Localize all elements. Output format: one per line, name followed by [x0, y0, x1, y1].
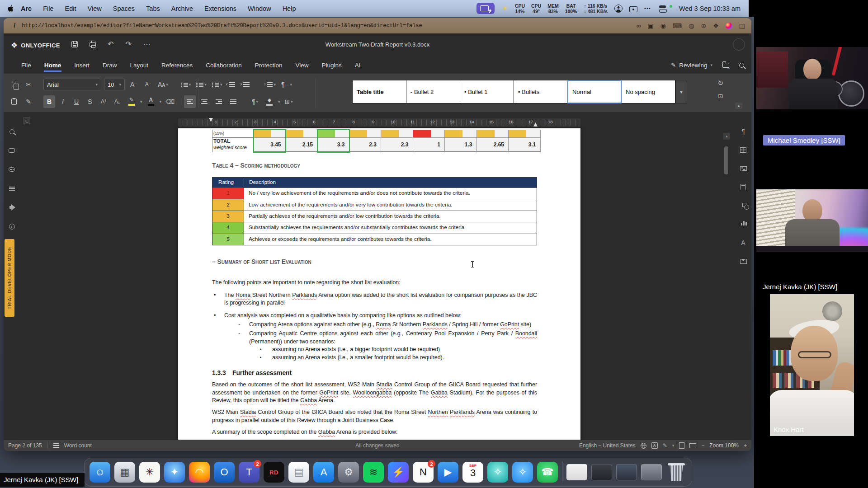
horizontal-ruler[interactable]: 123456789101112131415161718 [178, 118, 580, 127]
participant-video-michael[interactable] [756, 47, 868, 109]
line-spacing-button[interactable]: ▾ [262, 78, 277, 91]
screen-mirroring-icon[interactable] [629, 6, 637, 12]
shading-button[interactable]: ◆ [264, 95, 275, 108]
page-indicator[interactable]: Page 2 of 135 [8, 442, 42, 449]
editor-menu-tab[interactable]: Draw [102, 58, 118, 72]
font-color-button[interactable]: A [145, 95, 157, 108]
network-speed[interactable]: ↑ 116 KB/s ↓ 481 KB/s [584, 3, 608, 14]
spotify[interactable]: ≋ [363, 462, 384, 483]
media-app[interactable]: ▶ [438, 462, 458, 483]
menu-bar-item[interactable]: Tabs [146, 5, 160, 12]
chart-settings-icon[interactable] [739, 220, 747, 228]
whatsapp[interactable]: ☎ [537, 462, 558, 483]
browser-url-bar[interactable]: i http://localhost/example/editor?fileNa… [4, 18, 751, 33]
review-mode-selector[interactable]: ✎ Reviewing ▾ [671, 61, 712, 69]
scroll-up-button[interactable]: ▲ [723, 133, 730, 140]
media-icon[interactable]: ▣ [648, 22, 654, 29]
align-center-button[interactable] [198, 95, 210, 108]
editor-menu-tab[interactable]: Collaboration [205, 58, 242, 72]
launchpad[interactable]: ▦ [114, 462, 135, 483]
document-canvas[interactable]: ∟ 123456789101112131415161718 (15%) TOTA… [20, 112, 735, 440]
style-card[interactable]: Normal [567, 80, 622, 103]
increase-font-button[interactable]: Aˆ [127, 78, 139, 91]
change-case-button[interactable]: Aᴀ▾ [156, 78, 170, 91]
nonprinting-characters-button[interactable]: ¶▾ [249, 95, 261, 108]
menu-bar-item[interactable]: Archive [171, 5, 193, 12]
page-info-icon[interactable]: i [14, 22, 15, 29]
search-icon[interactable] [739, 63, 744, 68]
notes-app[interactable]: ▤ [288, 462, 309, 483]
trash[interactable] [666, 462, 687, 483]
style-gallery-expand-button[interactable]: ▼ [675, 80, 687, 103]
apple-menu[interactable] [7, 5, 14, 12]
align-justify-button[interactable] [227, 95, 239, 108]
strikethrough-button[interactable]: S [84, 95, 96, 108]
document-scrollbar[interactable]: ▲ [724, 133, 729, 440]
system-stat[interactable]: BAT100% [565, 3, 577, 14]
menu-bar-item[interactable]: File [43, 5, 53, 12]
word-count-button[interactable]: Word count [64, 442, 92, 449]
editor-menu-tab[interactable]: Protection [255, 58, 283, 72]
chatgpt[interactable]: ✳ [139, 462, 160, 483]
zoom-level[interactable]: Zoom 100% [709, 442, 739, 449]
finder[interactable]: ☺ [90, 462, 110, 483]
chat-icon[interactable] [8, 165, 16, 174]
bird-app[interactable]: ✧ [512, 462, 533, 483]
cut-button[interactable]: ✂ [23, 78, 34, 91]
fit-page-icon[interactable] [679, 442, 684, 449]
subscript-button[interactable]: A₁ [111, 95, 123, 108]
shape-settings-icon[interactable] [739, 202, 747, 210]
editor-menu-tab[interactable]: File [21, 58, 32, 72]
collapse-toolbar-button[interactable]: ▲ [735, 103, 742, 109]
menu-bar-clock[interactable]: Wed 3 Sep 10:33 am [679, 5, 741, 12]
font-size-select[interactable]: 10▾ [104, 79, 125, 90]
split-view-icon[interactable]: ◫ [739, 22, 745, 29]
screen-share-indicator[interactable] [476, 3, 495, 14]
superscript-button[interactable]: A¹ [98, 95, 109, 108]
track-changes-icon[interactable]: ✎ [663, 442, 667, 449]
window-thumbnail[interactable] [591, 464, 612, 480]
editor-menu-tab[interactable]: References [161, 58, 193, 72]
chevron-down-icon[interactable]: ▾ [160, 99, 162, 104]
menu-bar-item[interactable]: Edit [65, 5, 76, 12]
spellcheck-icon[interactable] [651, 442, 658, 449]
url-text[interactable]: http://localhost/example/editor?fileName… [22, 23, 422, 29]
editor-menu-tab[interactable]: Insert [74, 58, 90, 72]
underline-button[interactable]: U [71, 95, 82, 108]
format-painter-button[interactable]: ✎ [23, 95, 34, 108]
decrease-indent-button[interactable] [226, 78, 238, 91]
font-name-select[interactable]: Arial▾ [43, 79, 101, 90]
textart-settings-icon[interactable]: A [739, 239, 747, 247]
bold-button[interactable]: B [43, 95, 55, 108]
notion[interactable]: N 2 [413, 462, 434, 483]
style-card[interactable]: • Bullet 1 [460, 80, 514, 103]
select-tool-icon[interactable]: ⊡ [718, 93, 723, 99]
editor-menu-tab[interactable]: View [295, 58, 309, 72]
italic-button[interactable]: I [57, 95, 69, 108]
user-account-icon[interactable] [614, 5, 623, 13]
align-left-button[interactable] [184, 95, 196, 108]
system-stat[interactable]: MEM83% [547, 3, 559, 14]
window-thumbnail[interactable] [616, 464, 637, 480]
zoom-in-button[interactable]: + [744, 442, 747, 449]
system-stat[interactable]: CPU14% [515, 3, 525, 14]
clear-style-button[interactable]: ⌫ [164, 95, 176, 108]
collaboration-refresh-icon[interactable]: ↻ [717, 79, 723, 87]
copy-button[interactable] [8, 78, 20, 91]
menu-bar-item[interactable]: Arc [21, 5, 32, 12]
window-thumbnail[interactable] [566, 464, 587, 480]
brightness-icon[interactable]: ☀ [501, 4, 508, 13]
tab-stop-selector[interactable]: ∟ [24, 117, 30, 124]
mailmerge-icon[interactable] [739, 257, 747, 265]
paste-button[interactable] [8, 95, 20, 108]
system-stat[interactable]: CPU49° [531, 3, 541, 14]
borders-button[interactable]: ⊞▾ [283, 95, 295, 108]
app-store[interactable]: A [313, 462, 334, 483]
print-button[interactable] [90, 42, 96, 47]
save-button[interactable] [71, 41, 78, 47]
style-card[interactable]: No spacing [621, 80, 675, 103]
multilevel-list-button[interactable]: ▾ [211, 78, 224, 91]
more-menu-icon[interactable] [644, 5, 652, 13]
headerfooter-settings-icon[interactable] [739, 183, 747, 191]
menu-bar-item[interactable]: Extensions [204, 5, 236, 12]
